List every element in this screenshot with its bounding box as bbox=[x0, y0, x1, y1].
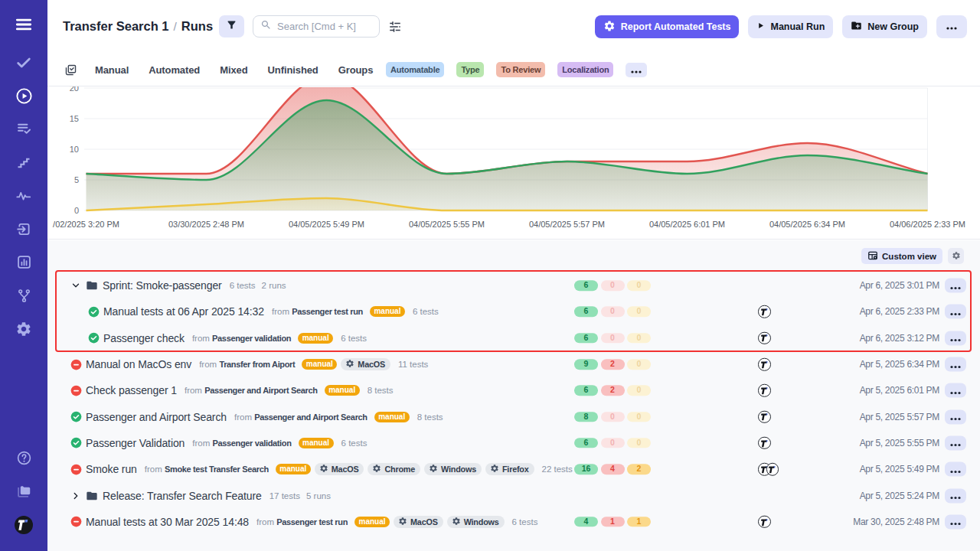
avatar[interactable] bbox=[758, 437, 771, 450]
run-title[interactable]: Check passenger 1 bbox=[86, 384, 177, 396]
run-row[interactable]: Passenger and Airport Search from Passen… bbox=[47, 403, 980, 429]
row-more-button[interactable] bbox=[945, 488, 966, 503]
tab-manual[interactable]: Manual bbox=[95, 64, 129, 76]
avatar[interactable] bbox=[758, 358, 771, 371]
sidebar-item-list-check[interactable] bbox=[0, 112, 47, 146]
sidebar-item-import[interactable] bbox=[0, 213, 47, 246]
run-date: Apr 5, 2025 5:24 PM bbox=[860, 491, 939, 501]
chips-more-button[interactable] bbox=[626, 63, 647, 77]
env-badge-chrome[interactable]: Chrome bbox=[368, 463, 420, 475]
env-badge-firefox[interactable]: Firefox bbox=[485, 463, 534, 475]
avatar[interactable] bbox=[758, 516, 771, 529]
chip-localization[interactable]: Localization bbox=[557, 62, 613, 77]
env-badge-windows[interactable]: Windows bbox=[447, 516, 505, 528]
row-more-button[interactable] bbox=[945, 331, 966, 345]
run-title[interactable]: Passenger and Airport Search bbox=[86, 411, 227, 423]
avatar[interactable] bbox=[758, 410, 771, 423]
run-from-suite[interactable]: Transfer from Aiport bbox=[219, 360, 295, 369]
run-from-suite[interactable]: Passenger validation bbox=[212, 439, 291, 448]
report-automated-tests-button[interactable]: Report Automated Tests bbox=[595, 15, 740, 38]
chevron-down-icon[interactable] bbox=[69, 281, 82, 290]
avatar[interactable] bbox=[766, 463, 779, 476]
sidebar-item-check[interactable] bbox=[0, 46, 47, 80]
search-input[interactable] bbox=[277, 21, 369, 32]
run-title[interactable]: Passenger Validation bbox=[86, 437, 185, 449]
run-from-suite[interactable]: Passenger and Airport Search bbox=[204, 386, 318, 395]
sidebar-item-gear[interactable] bbox=[0, 312, 47, 346]
tab-automated[interactable]: Automated bbox=[149, 64, 200, 76]
row-more-button[interactable] bbox=[945, 383, 966, 398]
run-row[interactable]: Manual tests at 06 Apr 2025 14:32 from P… bbox=[47, 298, 980, 324]
run-row[interactable]: Passenger Validation from Passenger vali… bbox=[47, 430, 980, 456]
run-title[interactable]: Smoke run bbox=[86, 463, 137, 475]
run-from-suite[interactable]: Passenger test run bbox=[292, 307, 363, 316]
avatar[interactable] bbox=[758, 331, 771, 344]
list-settings-button[interactable] bbox=[948, 248, 964, 264]
sliders-icon[interactable] bbox=[388, 20, 402, 34]
env-badge-macos[interactable]: MacOS bbox=[394, 516, 443, 528]
run-title[interactable]: Manual on MacOs env bbox=[86, 358, 191, 370]
chip-to-review[interactable]: To Review bbox=[496, 62, 545, 77]
avatar[interactable] bbox=[758, 305, 771, 318]
run-row[interactable]: Check passenger 1 from Passenger and Air… bbox=[47, 377, 980, 403]
sidebar-item-report[interactable] bbox=[0, 246, 47, 279]
env-badge-windows[interactable]: Windows bbox=[424, 463, 482, 475]
chip-automatable[interactable]: Automatable bbox=[386, 62, 444, 77]
tab-unfinished[interactable]: Unfinished bbox=[268, 64, 318, 76]
group-title[interactable]: Release: Transfer Search Feature bbox=[103, 490, 262, 502]
new-group-button[interactable]: New Group bbox=[842, 15, 927, 38]
group-title[interactable]: Sprint: Smoke-passenger bbox=[103, 279, 222, 292]
run-date: Apr 5, 2025 5:49 PM bbox=[860, 464, 939, 474]
env-badge-macos[interactable]: MacOS bbox=[341, 358, 390, 370]
select-all-icon[interactable] bbox=[64, 64, 77, 77]
custom-view-button[interactable]: Custom view bbox=[861, 248, 942, 264]
sidebar-item-menu[interactable] bbox=[0, 8, 47, 41]
row-more-button[interactable] bbox=[945, 435, 966, 450]
row-more-button[interactable] bbox=[945, 305, 966, 319]
run-from-suite[interactable]: Smoke test Transfer Search bbox=[165, 465, 269, 474]
run-row[interactable]: Passenger check from Passenger validatio… bbox=[47, 325, 980, 351]
sidebar-item-folder-duo[interactable] bbox=[0, 475, 47, 509]
run-row[interactable]: Manual tests at 30 Mar 2025 14:48 from P… bbox=[47, 509, 980, 535]
run-title[interactable]: Manual tests at 06 Apr 2025 14:32 bbox=[103, 305, 264, 318]
row-more-button[interactable] bbox=[945, 409, 966, 424]
env-badge-macos[interactable]: MacOS bbox=[315, 463, 364, 475]
breadcrumb-project[interactable]: Transfer Search 1 bbox=[63, 19, 169, 34]
run-title[interactable]: Manual tests at 30 Mar 2025 14:48 bbox=[86, 516, 249, 528]
group-row[interactable]: Release: Transfer Search Feature 17 test… bbox=[47, 482, 980, 508]
chip-type[interactable]: Type bbox=[456, 62, 484, 77]
filter-button[interactable] bbox=[219, 15, 244, 37]
run-title[interactable]: Passenger check bbox=[103, 332, 185, 344]
tab-groups[interactable]: Groups bbox=[338, 64, 374, 76]
group-row[interactable]: Sprint: Smoke-passenger 6 tests 2 runs 6… bbox=[47, 272, 980, 298]
row-more-button[interactable] bbox=[945, 462, 966, 477]
sidebar-item-branch[interactable] bbox=[0, 279, 47, 313]
sidebar-item-pulse[interactable] bbox=[0, 179, 47, 213]
manual-run-button[interactable]: Manual Run bbox=[748, 15, 833, 38]
sidebar-item-steps[interactable] bbox=[0, 146, 47, 180]
run-from-suite[interactable]: Passenger validation bbox=[212, 334, 291, 343]
run-from-suite[interactable]: Passenger test run bbox=[276, 517, 348, 527]
row-more-button[interactable] bbox=[945, 357, 966, 372]
projects-icon bbox=[15, 483, 32, 500]
status-passed-icon bbox=[88, 306, 100, 318]
passed-count: 9 bbox=[574, 359, 598, 370]
chevron-right-icon[interactable] bbox=[69, 491, 82, 500]
sidebar-item-help[interactable] bbox=[0, 442, 47, 475]
skipped-count: 0 bbox=[627, 307, 651, 318]
run-row[interactable]: Manual on MacOs env from Transfer from A… bbox=[47, 351, 980, 377]
run-row-left: Manual tests at 06 Apr 2025 14:32 from P… bbox=[47, 298, 439, 324]
group-runs-count: 2 runs bbox=[262, 281, 286, 290]
header-more-button[interactable] bbox=[936, 15, 967, 38]
manual-run-label: Manual Run bbox=[770, 21, 825, 32]
row-more-button[interactable] bbox=[945, 279, 966, 293]
avatar[interactable] bbox=[758, 384, 771, 397]
sidebar-item-play-circle[interactable] bbox=[0, 80, 47, 113]
run-row[interactable]: Smoke run from Smoke test Transfer Searc… bbox=[47, 456, 980, 482]
logo-icon bbox=[14, 515, 34, 535]
run-from-suite[interactable]: Passenger and Airport Search bbox=[254, 412, 368, 422]
runs-list-section: Custom view Sprint: Smoke-passenger 6 te… bbox=[47, 240, 980, 551]
row-more-button[interactable] bbox=[945, 514, 966, 529]
tab-mixed[interactable]: Mixed bbox=[220, 64, 247, 76]
sidebar-logo[interactable] bbox=[0, 508, 47, 542]
